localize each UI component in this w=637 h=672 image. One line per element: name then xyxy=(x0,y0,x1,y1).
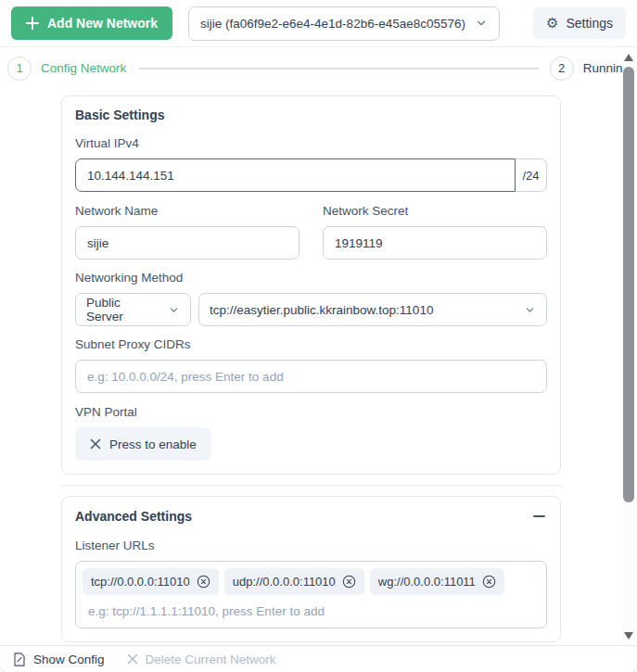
listener-url-chip: wg://0.0.0.0:11011 xyxy=(370,568,504,595)
listener-url-chip-label: wg://0.0.0.0:11011 xyxy=(378,575,476,589)
chevron-down-icon xyxy=(524,304,536,316)
show-config-button[interactable]: Show Config xyxy=(13,653,105,666)
virtual-ipv4-input[interactable] xyxy=(75,158,516,192)
server-url-select[interactable]: tcp://easytier.public.kkrainbow.top:1101… xyxy=(198,293,547,326)
networking-method-value: Public Server xyxy=(86,296,160,323)
config-form: Basic Settings Virtual IPv4 /24 Network … xyxy=(61,95,561,642)
x-icon xyxy=(90,438,101,450)
network-name-label: Network Name xyxy=(75,204,299,218)
networking-method-select[interactable]: Public Server xyxy=(75,293,191,326)
virtual-ipv4-group: /24 xyxy=(75,158,547,192)
plus-icon xyxy=(26,17,39,30)
remove-chip-icon[interactable] xyxy=(342,575,356,589)
step1-label: Config Network xyxy=(41,61,126,75)
chevron-down-icon xyxy=(475,17,488,30)
virtual-ipv4-suffix: /24 xyxy=(516,158,547,192)
step1-circle: 1 xyxy=(7,57,32,81)
card-divider xyxy=(61,485,561,486)
step2-circle: 2 xyxy=(550,57,574,81)
advanced-settings-card: Advanced Settings Listener URLs tcp://0.… xyxy=(61,496,561,642)
vertical-scrollbar[interactable] xyxy=(622,51,635,642)
network-secret-label: Network Secret xyxy=(323,204,547,218)
virtual-ipv4-label: Virtual IPv4 xyxy=(75,136,547,150)
settings-label: Settings xyxy=(566,16,613,31)
networking-method-label: Networking Method xyxy=(75,271,547,285)
file-config-icon xyxy=(13,653,26,666)
bottom-toolbar: Show Config Delete Current Network xyxy=(0,645,637,672)
listener-urls-placeholder: e.g: tcp://1.1.1.1:11010, press Enter to… xyxy=(83,595,540,622)
remove-chip-icon[interactable] xyxy=(482,575,496,589)
scrollbar-thumb[interactable] xyxy=(623,67,634,502)
network-select-value: sijie (fa06f9e2-e6e4-4e1d-82b6-e45ae8c05… xyxy=(200,17,465,31)
vpn-portal-label: VPN Portal xyxy=(75,405,547,419)
basic-settings-card: Basic Settings Virtual IPv4 /24 Network … xyxy=(61,95,561,475)
step-connector-line xyxy=(139,68,538,70)
advanced-settings-title: Advanced Settings xyxy=(75,509,192,524)
step-config-network: 1 Config Network xyxy=(7,57,126,81)
listener-url-chips: tcp://0.0.0.0:11010 udp://0.0.0.0:11010 … xyxy=(83,568,540,595)
scroll-down-arrow-icon[interactable] xyxy=(624,632,633,640)
x-icon xyxy=(127,653,138,665)
add-new-network-button[interactable]: Add New Network xyxy=(11,6,172,40)
basic-settings-title: Basic Settings xyxy=(75,108,547,122)
collapse-minus-icon[interactable] xyxy=(530,508,547,525)
top-toolbar: Add New Network sijie (fa06f9e2-e6e4-4e1… xyxy=(0,0,637,47)
network-select[interactable]: sijie (fa06f9e2-e6e4-4e1d-82b6-e45ae8c05… xyxy=(188,6,500,41)
network-secret-input[interactable] xyxy=(323,226,547,260)
subnet-proxy-label: Subnet Proxy CIDRs xyxy=(75,337,547,351)
add-new-network-label: Add New Network xyxy=(47,16,158,31)
step-running: 2 Running xyxy=(550,57,630,81)
network-name-input[interactable] xyxy=(75,226,299,260)
delete-current-network-button[interactable]: Delete Current Network xyxy=(127,653,276,666)
vpn-portal-enable-button[interactable]: Press to enable xyxy=(75,427,211,461)
chevron-down-icon xyxy=(168,304,180,316)
settings-button[interactable]: ⚙ Settings xyxy=(533,7,626,39)
remove-chip-icon[interactable] xyxy=(197,575,210,589)
listener-urls-label: Listener URLs xyxy=(75,539,547,552)
server-url-value: tcp://easytier.public.kkrainbow.top:1101… xyxy=(210,303,433,317)
listener-url-chip-label: tcp://0.0.0.0:11010 xyxy=(91,575,190,589)
listener-urls-input-box[interactable]: tcp://0.0.0.0:11010 udp://0.0.0.0:11010 … xyxy=(75,561,547,628)
subnet-proxy-input[interactable] xyxy=(75,360,547,393)
show-config-label: Show Config xyxy=(33,653,105,666)
listener-url-chip: tcp://0.0.0.0:11010 xyxy=(83,568,219,595)
scroll-up-arrow-icon[interactable] xyxy=(624,54,633,61)
gear-icon: ⚙ xyxy=(546,17,558,31)
vpn-portal-enable-label: Press to enable xyxy=(109,437,197,451)
wizard-steps: 1 Config Network 2 Running xyxy=(0,47,637,81)
listener-url-chip: udp://0.0.0.0:11010 xyxy=(224,568,364,595)
listener-url-chip-label: udp://0.0.0.0:11010 xyxy=(233,575,336,589)
delete-current-network-label: Delete Current Network xyxy=(146,653,276,666)
